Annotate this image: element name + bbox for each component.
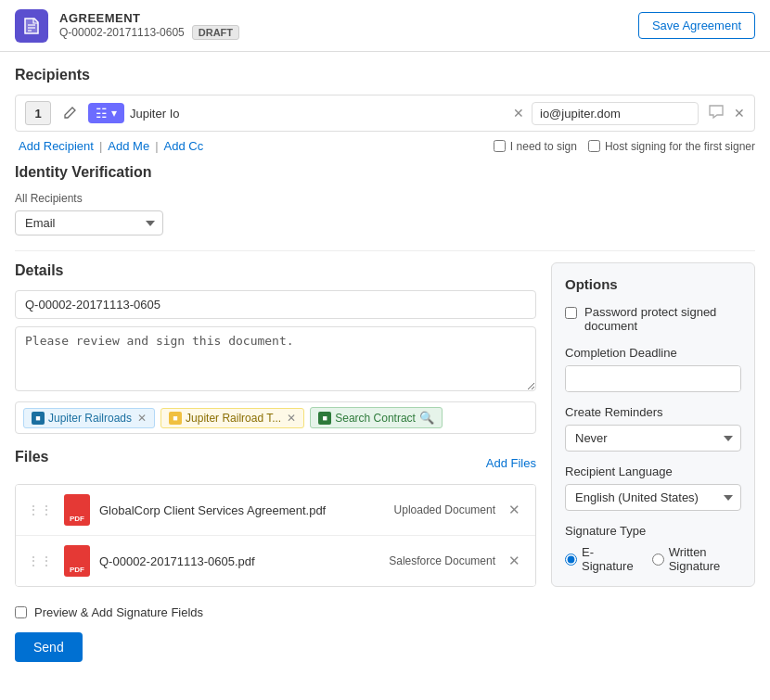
written-signature-text: Written Signature <box>669 545 741 573</box>
file-remove-button-2[interactable]: ✕ <box>505 553 524 569</box>
host-signing-text: Host signing for the first signer <box>605 140 755 153</box>
i-need-to-sign-label[interactable]: I need to sign <box>494 140 577 153</box>
identity-subtitle: All Recipients <box>15 192 755 205</box>
tag-yellow-icon: ■ <box>169 412 182 425</box>
tag-green-icon: ■ <box>318 412 331 425</box>
header: AGREEMENT Q-00002-20171113-0605 DRAFT Sa… <box>0 0 770 52</box>
sig-type-label: Signature Type <box>565 524 741 538</box>
file-pdf-icon-2 <box>64 545 90 577</box>
recipient-type-label: ▾ <box>111 107 117 120</box>
sep1: | <box>99 139 102 153</box>
header-left: AGREEMENT Q-00002-20171113-0605 DRAFT <box>15 9 239 43</box>
recipient-number: 1 <box>25 101 51 125</box>
sep2: | <box>155 139 158 153</box>
password-protect-row: Password protect signed document <box>565 305 741 333</box>
tag-jupiter-railroad-t: ■ Jupiter Railroad T... ✕ <box>160 408 304 428</box>
save-agreement-button[interactable]: Save Agreement <box>638 12 755 39</box>
i-need-to-sign-checkbox[interactable] <box>494 140 506 152</box>
completion-deadline-field: Completion Deadline <box>565 346 741 392</box>
recipient-language-field: Recipient Language English (United State… <box>565 465 741 524</box>
add-files-button[interactable]: Add Files <box>486 456 536 470</box>
agreement-icon <box>15 9 48 43</box>
i-need-to-sign-text: I need to sign <box>510 140 577 153</box>
identity-method-select[interactable]: Email SMS Phone <box>15 210 163 235</box>
language-select[interactable]: English (United States) French German Sp… <box>565 484 741 511</box>
recipient-lang-label: Recipient Language <box>565 465 741 478</box>
recipient-type-icon: ☷ <box>96 106 108 121</box>
deadline-calendar-button[interactable] <box>740 366 741 391</box>
add-cc-button[interactable]: Add Cc <box>160 139 208 153</box>
file-name-1: GlobalCorp Client Services Agreement.pdf <box>99 503 385 517</box>
file-remove-button-1[interactable]: ✕ <box>505 502 524 518</box>
preview-label: Preview & Add Signature Fields <box>34 605 203 619</box>
search-icon: 🔍 <box>419 411 434 425</box>
file-row-1: ⋮⋮ GlobalCorp Client Services Agreement.… <box>16 485 535 536</box>
tag-search-contract: ■ Search Contract 🔍 <box>310 407 443 428</box>
file-type-1: Uploaded Document <box>394 503 495 516</box>
left-column: Details Please review and sign this docu… <box>15 262 536 587</box>
preview-checkbox[interactable] <box>15 606 27 618</box>
header-info: AGREEMENT Q-00002-20171113-0605 DRAFT <box>59 11 239 40</box>
recipient-email-input[interactable] <box>532 102 699 125</box>
pen-icon-button[interactable] <box>57 104 83 122</box>
esignature-radio[interactable] <box>565 554 577 566</box>
recipient-name-clear-button[interactable]: ✕ <box>511 106 526 121</box>
written-signature-label[interactable]: Written Signature <box>652 545 741 573</box>
esignature-label[interactable]: E-Signature <box>565 545 634 573</box>
bottom-area: Preview & Add Signature Fields Send <box>15 605 755 662</box>
add-me-button[interactable]: Add Me <box>104 139 153 153</box>
recipient-links: Add Recipient | Add Me | Add Cc <box>15 139 207 153</box>
tag-jupiter-railroad-t-close[interactable]: ✕ <box>287 412 296 425</box>
agreement-id: Q-00002-20171113-0605 <box>59 26 185 39</box>
file-type-2: Salesforce Document <box>389 554 495 567</box>
deadline-input-row <box>565 365 741 392</box>
tags-row: ■ Jupiter Railroads ✕ ■ Jupiter Railroad… <box>15 401 536 434</box>
tag-jupiter-railroads: ■ Jupiter Railroads ✕ <box>23 408 155 428</box>
completion-deadline-label: Completion Deadline <box>565 346 741 360</box>
send-button[interactable]: Send <box>15 632 83 662</box>
sig-type-options: E-Signature Written Signature <box>565 545 741 573</box>
esignature-text: E-Signature <box>582 545 634 573</box>
recipients-section: Recipients 1 ☷ ▾ ✕ ✕ A <box>15 67 755 153</box>
details-title: Details <box>15 262 536 279</box>
header-subtitle: Q-00002-20171113-0605 DRAFT <box>59 25 239 40</box>
recipient-type-select[interactable]: ☷ ▾ <box>88 103 124 123</box>
recipient-name-input[interactable] <box>130 107 506 121</box>
file-name-2: Q-00002-20171113-0605.pdf <box>99 554 379 568</box>
tag-search-contract-label: Search Contract <box>335 412 416 425</box>
right-column: Options Password protect signed document… <box>551 262 755 587</box>
create-reminders-field: Create Reminders Never Every day Every w… <box>565 405 741 465</box>
preview-row: Preview & Add Signature Fields <box>15 605 755 619</box>
host-signing-label[interactable]: Host signing for the first signer <box>588 140 755 153</box>
recipient-options: I need to sign Host signing for the firs… <box>494 140 755 153</box>
host-signing-checkbox[interactable] <box>588 140 600 152</box>
tag-jupiter-railroad-t-label: Jupiter Railroad T... <box>186 412 281 425</box>
options-title: Options <box>565 276 741 292</box>
files-title: Files <box>15 449 48 465</box>
tag-jupiter-railroads-close[interactable]: ✕ <box>137 412 147 425</box>
details-section: Details Please review and sign this docu… <box>15 262 536 434</box>
create-reminders-label: Create Reminders <box>565 405 741 419</box>
details-reference-input[interactable] <box>15 290 536 319</box>
identity-title: Identity Verification <box>15 164 755 181</box>
written-signature-radio[interactable] <box>652 554 664 566</box>
file-pdf-icon-1 <box>64 494 90 526</box>
identity-verification-section: Identity Verification All Recipients Ema… <box>15 164 755 235</box>
files-list: ⋮⋮ GlobalCorp Client Services Agreement.… <box>15 484 536 587</box>
options-section: Options Password protect signed document… <box>551 262 755 587</box>
file-drag-handle-2[interactable]: ⋮⋮ <box>27 554 53 568</box>
file-row-2: ⋮⋮ Q-00002-20171113-0605.pdf Salesforce … <box>16 536 535 586</box>
recipient-row-close-button[interactable]: ✕ <box>734 106 745 121</box>
password-protect-checkbox[interactable] <box>565 307 577 319</box>
add-recipient-button[interactable]: Add Recipient <box>15 139 97 153</box>
signature-type-field: Signature Type E-Signature Written Signa… <box>565 524 741 573</box>
tag-jupiter-railroads-label: Jupiter Railroads <box>48 412 132 425</box>
details-message-textarea[interactable]: Please review and sign this document. <box>15 326 536 391</box>
main-content: Recipients 1 ☷ ▾ ✕ ✕ A <box>0 52 770 700</box>
deadline-input[interactable] <box>566 366 740 391</box>
password-protect-label: Password protect signed document <box>584 305 741 333</box>
reminders-select[interactable]: Never Every day Every week <box>565 425 741 452</box>
files-header: Files Add Files <box>15 449 536 477</box>
file-drag-handle-1[interactable]: ⋮⋮ <box>27 503 53 517</box>
recipient-comment-button[interactable] <box>704 103 728 124</box>
